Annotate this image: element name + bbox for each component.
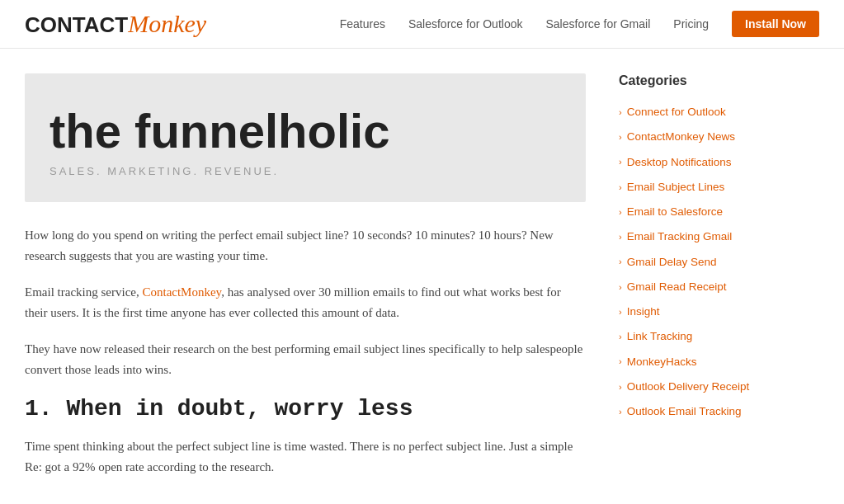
article-p2-prefix: Email tracking service,: [25, 285, 142, 299]
sidebar-category-label: Desktop Notifications: [627, 154, 732, 171]
sidebar-category-label: Email to Salesforce: [627, 204, 723, 220]
sidebar-category-label: Email Tracking Gmail: [627, 228, 733, 245]
sidebar-category-item[interactable]: ›Insight: [619, 299, 809, 324]
sidebar-category-label: Connect for Outlook: [627, 104, 726, 120]
main-nav: Features Salesforce for Outlook Salesfor…: [340, 11, 819, 37]
logo: CONTACTMonkey: [25, 10, 206, 38]
chevron-right-icon: ›: [619, 305, 622, 319]
chevron-right-icon: ›: [619, 255, 622, 269]
page-container: the funnelholic SALES. MARKETING. REVENU…: [0, 49, 844, 504]
sidebar-category-label: Outlook Email Tracking: [627, 403, 742, 420]
sidebar-category-item[interactable]: ›MonkeyHacks: [619, 350, 809, 374]
nav-salesforce-outlook[interactable]: Salesforce for Outlook: [408, 17, 523, 31]
chevron-right-icon: ›: [619, 130, 622, 144]
nav-install[interactable]: Install Now: [732, 11, 819, 37]
article-paragraph-2: Email tracking service, ContactMonkey, h…: [25, 282, 586, 324]
header: CONTACTMonkey Features Salesforce for Ou…: [0, 0, 844, 49]
chevron-right-icon: ›: [619, 205, 622, 219]
chevron-right-icon: ›: [619, 380, 622, 394]
sidebar-category-label: Email Subject Lines: [627, 179, 725, 195]
logo-contact: CONTACT: [25, 12, 128, 37]
chevron-right-icon: ›: [619, 280, 622, 294]
sidebar-category-item[interactable]: ›Email to Salesforce: [619, 200, 809, 224]
chevron-right-icon: ›: [619, 405, 622, 419]
chevron-right-icon: ›: [619, 155, 622, 169]
chevron-right-icon: ›: [619, 355, 622, 369]
main-content: the funnelholic SALES. MARKETING. REVENU…: [25, 73, 586, 493]
chevron-right-icon: ›: [619, 230, 622, 244]
chevron-right-icon: ›: [619, 106, 622, 120]
sidebar-category-item[interactable]: ›Desktop Notifications: [619, 150, 809, 175]
hero-banner: the funnelholic SALES. MARKETING. REVENU…: [25, 73, 586, 202]
nav-pricing[interactable]: Pricing: [673, 17, 709, 31]
sidebar-category-item[interactable]: ›Outlook Delivery Receipt: [619, 374, 809, 399]
sidebar-category-label: MonkeyHacks: [627, 354, 697, 370]
sidebar-categories: ›Connect for Outlook›ContactMonkey News›…: [619, 100, 809, 424]
sidebar-category-label: Link Tracking: [627, 328, 693, 345]
chevron-right-icon: ›: [619, 181, 622, 195]
sidebar-category-item[interactable]: ›Outlook Email Tracking: [619, 399, 809, 424]
sidebar-category-item[interactable]: ›ContactMonkey News: [619, 125, 809, 149]
logo-monkey: Monkey: [128, 10, 206, 37]
article-paragraph-3: They have now released their research on…: [25, 339, 586, 381]
sidebar-category-item[interactable]: ›Email Tracking Gmail: [619, 224, 809, 249]
sidebar-title: Categories: [619, 73, 809, 88]
sidebar-category-label: Outlook Delivery Receipt: [627, 379, 750, 395]
chevron-right-icon: ›: [619, 330, 622, 344]
hero-title: the funnelholic: [50, 106, 561, 157]
sidebar-category-label: Gmail Read Receipt: [627, 279, 727, 295]
nav-salesforce-gmail[interactable]: Salesforce for Gmail: [545, 17, 650, 31]
sidebar-category-item[interactable]: ›Link Tracking: [619, 324, 809, 349]
sidebar-category-item[interactable]: ›Gmail Delay Send: [619, 250, 809, 275]
sidebar-category-label: Gmail Delay Send: [627, 254, 717, 271]
nav-features[interactable]: Features: [340, 17, 385, 31]
hero-subtitle: SALES. MARKETING. REVENUE.: [50, 165, 561, 177]
sidebar-category-label: ContactMonkey News: [627, 129, 735, 145]
sidebar-category-item[interactable]: ›Email Subject Lines: [619, 175, 809, 200]
article-paragraph-1: How long do you spend on writing the per…: [25, 225, 586, 267]
contactmonkey-link[interactable]: ContactMonkey: [142, 285, 221, 299]
section-heading-1: 1. When in doubt, worry less: [25, 396, 586, 422]
sidebar: Categories ›Connect for Outlook›ContactM…: [619, 73, 809, 493]
sidebar-category-item[interactable]: ›Gmail Read Receipt: [619, 275, 809, 299]
sidebar-category-label: Insight: [627, 304, 660, 320]
article-body: How long do you spend on writing the per…: [25, 225, 586, 478]
sidebar-category-item[interactable]: ›Connect for Outlook: [619, 100, 809, 125]
article-paragraph-4: Time spent thinking about the perfect su…: [25, 436, 586, 478]
